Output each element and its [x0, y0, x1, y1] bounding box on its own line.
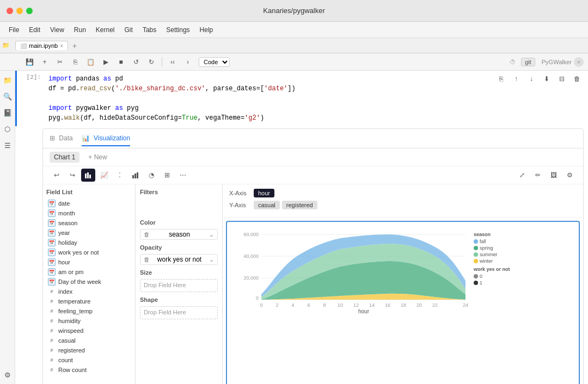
filters-drop-zone[interactable]	[140, 199, 218, 215]
sidebar-extensions-icon[interactable]: ⬡	[2, 123, 14, 135]
field-holiday-label: holiday	[58, 239, 77, 246]
code-cell: [2]: import pandas as pd df = pd.read_cs…	[15, 71, 588, 126]
field-date-label: date	[58, 200, 70, 207]
chart-type-table-btn[interactable]: ⊞	[160, 169, 174, 182]
field-count[interactable]: # count	[46, 355, 132, 365]
notebook-tab-main[interactable]: ⬜ main.ipynb ×	[15, 41, 68, 50]
chart-type-scatter-btn[interactable]: ⁚	[113, 169, 127, 182]
field-feeling-temp-icon: #	[48, 307, 56, 315]
sidebar-notebook-icon[interactable]: 📓	[2, 107, 14, 119]
cut-btn[interactable]: ✂	[53, 56, 66, 68]
field-date[interactable]: 📅 date	[46, 199, 132, 208]
field-am-pm[interactable]: 📅 am or pm	[46, 267, 132, 277]
field-holiday[interactable]: 📅 holiday	[46, 238, 132, 247]
opacity-pill-container[interactable]: 🗑 work yes or not ⌄	[140, 254, 218, 265]
menu-settings[interactable]: Settings	[162, 25, 194, 35]
kernel-indicator[interactable]: ○	[574, 57, 584, 67]
notebook-tabs: 📁 ⬜ main.ipynb × +	[0, 38, 588, 53]
legend-season-title-top: season	[474, 232, 491, 237]
settings-viz-btn[interactable]: ⚙	[562, 169, 577, 182]
y-axis-value-2[interactable]: registered	[282, 201, 317, 209]
chart-type-pie-btn[interactable]: ◔	[144, 169, 158, 182]
chart-type-bar-btn[interactable]	[128, 169, 143, 182]
trash-icon[interactable]: 🗑	[144, 231, 150, 238]
field-month[interactable]: 📅 month	[46, 208, 132, 218]
edit-btn[interactable]: ✏	[531, 169, 545, 182]
new-chart-btn[interactable]: + New	[84, 152, 111, 163]
cell-download-btn[interactable]: ⬇	[540, 73, 553, 85]
code-pd-read-text: pd	[68, 85, 76, 92]
chart-type-line-btn[interactable]: 📈	[97, 169, 111, 182]
chart-type-more-btn[interactable]: ⋯	[176, 169, 190, 182]
menu-file[interactable]: File	[4, 25, 23, 35]
shape-drop-zone[interactable]: Drop Field Here	[140, 306, 218, 319]
size-drop-zone[interactable]: Drop Field Here	[140, 279, 218, 292]
sidebar-settings-icon[interactable]: ⚙	[2, 369, 14, 381]
color-value: season	[169, 231, 190, 238]
field-hour[interactable]: 📅 hour	[46, 257, 132, 267]
opacity-chevron-icon[interactable]: ⌄	[209, 256, 214, 263]
x-2: 2	[275, 302, 278, 308]
menu-edit[interactable]: Edit	[24, 25, 45, 35]
prev-btn[interactable]: ‹‹	[166, 56, 179, 68]
menu-tabs[interactable]: Tabs	[138, 25, 161, 35]
sidebar-files-icon[interactable]: 📁	[2, 74, 14, 86]
color-pill-container[interactable]: 🗑 season ⌄	[140, 229, 218, 240]
notebook-tab-close[interactable]: ×	[60, 43, 63, 49]
maximize-button[interactable]	[26, 8, 33, 14]
close-button[interactable]	[7, 8, 13, 14]
field-index[interactable]: # index	[46, 287, 132, 296]
field-year[interactable]: 📅 year	[46, 228, 132, 238]
cell-delete-btn[interactable]: 🗑	[571, 73, 584, 85]
cell-type-select[interactable]: Code	[199, 57, 230, 67]
cell-copy-btn[interactable]: ⎘	[494, 73, 507, 85]
interrupt-btn[interactable]: ■	[114, 56, 127, 68]
menu-kernel[interactable]: Kernel	[91, 25, 119, 35]
copy-btn[interactable]: ⎘	[69, 56, 82, 68]
field-casual[interactable]: # casual	[46, 336, 132, 345]
field-season[interactable]: 📅 season	[46, 218, 132, 228]
minimize-button[interactable]	[16, 8, 23, 14]
run-btn[interactable]: ▶	[99, 56, 112, 68]
redo-btn[interactable]: ↪	[65, 169, 79, 182]
field-registered[interactable]: # registered	[46, 345, 132, 355]
undo-btn[interactable]: ↩	[50, 169, 64, 182]
paste-btn[interactable]: 📋	[84, 56, 97, 68]
menu-run[interactable]: Run	[70, 25, 90, 35]
title-bar: Kanaries/pygwalker	[0, 0, 588, 22]
field-humidity[interactable]: # humidity	[46, 316, 132, 326]
field-work-label: work yes or not	[58, 249, 99, 256]
notebook-new-tab-btn[interactable]: +	[69, 40, 80, 51]
field-day-of-week[interactable]: 📅 Day of the week	[46, 277, 132, 287]
sidebar-toc-icon[interactable]: ☰	[2, 139, 14, 151]
cell-up-btn[interactable]: ↑	[510, 73, 523, 85]
menu-view[interactable]: View	[46, 25, 69, 35]
chart-tab-1[interactable]: Chart 1	[50, 152, 79, 163]
field-temperature[interactable]: # temperature	[46, 296, 132, 306]
add-cell-btn[interactable]: +	[38, 56, 51, 68]
git-badge[interactable]: git	[521, 58, 535, 66]
cell-filter-btn[interactable]: ⊟	[555, 73, 568, 85]
sidebar-search-icon[interactable]: 🔍	[2, 90, 14, 102]
tab-data[interactable]: ⊞ Data	[50, 131, 73, 146]
legend-work-0-label-top: 0	[480, 274, 482, 279]
next-btn[interactable]: ›	[181, 56, 194, 68]
image-btn[interactable]: 🖼	[547, 169, 561, 182]
restart-run-btn[interactable]: ↻	[145, 56, 158, 68]
field-row-count[interactable]: # Row count	[46, 365, 132, 375]
menu-git[interactable]: Git	[120, 25, 137, 35]
save-btn[interactable]: 💾	[23, 56, 36, 68]
opacity-trash-icon[interactable]: 🗑	[144, 256, 150, 263]
field-work-yes-or-not[interactable]: 📅 work yes or not	[46, 247, 132, 257]
chart-type-area-btn[interactable]	[81, 169, 95, 182]
zoom-btn[interactable]: ⤢	[515, 169, 529, 182]
restart-btn[interactable]: ↺	[130, 56, 143, 68]
field-feeling-temp[interactable]: # feeling_temp	[46, 306, 132, 316]
chevron-icon[interactable]: ⌄	[209, 231, 214, 238]
menu-help[interactable]: Help	[195, 25, 218, 35]
tab-visualization[interactable]: 📊 Visualization	[82, 131, 131, 146]
field-winspeed[interactable]: # winspeed	[46, 326, 132, 336]
y-axis-value-1[interactable]: casual	[254, 201, 280, 209]
x-axis-value[interactable]: hour	[254, 189, 274, 197]
cell-down-btn[interactable]: ↓	[525, 73, 538, 85]
